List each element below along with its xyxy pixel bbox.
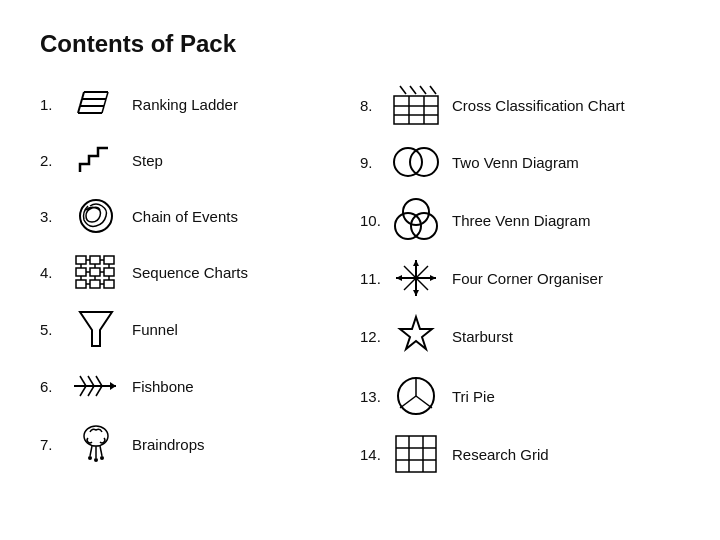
svg-line-39 [88, 386, 94, 396]
svg-marker-66 [396, 275, 402, 281]
item-label: Two Venn Diagram [452, 154, 579, 171]
list-item: 10. Three Venn Diagram [360, 190, 680, 250]
item-label: Three Venn Diagram [452, 212, 590, 229]
ranking-ladder-icon [68, 84, 124, 124]
svg-marker-32 [80, 312, 112, 346]
left-column: 1. [40, 76, 360, 482]
svg-line-53 [400, 86, 406, 94]
svg-line-5 [80, 99, 82, 106]
svg-point-61 [411, 213, 437, 239]
item-label: Cross Classification Chart [452, 97, 625, 114]
item-label: Sequence Charts [132, 264, 248, 281]
svg-rect-15 [90, 268, 100, 276]
svg-point-41 [84, 426, 108, 446]
step-icon [68, 140, 124, 180]
svg-point-43 [88, 456, 92, 460]
svg-rect-17 [76, 280, 86, 288]
list-item: 9. Two Venn Diagram [360, 134, 680, 190]
item-number: 4. [40, 264, 68, 281]
svg-marker-70 [400, 317, 432, 349]
item-label: Research Grid [452, 446, 549, 463]
page-title: Contents of Pack [40, 30, 680, 58]
list-item: 2. Step [40, 132, 360, 188]
item-number: 8. [360, 97, 388, 114]
braindrops-icon [68, 422, 124, 466]
item-number: 2. [40, 152, 68, 169]
svg-marker-67 [430, 275, 436, 281]
svg-rect-12 [90, 256, 100, 264]
fishbone-icon [68, 368, 124, 404]
item-number: 5. [40, 321, 68, 338]
item-label: Tri Pie [452, 388, 495, 405]
list-item: 1. [40, 76, 360, 132]
svg-line-74 [416, 396, 432, 408]
svg-line-56 [430, 86, 436, 94]
sequence-charts-icon [68, 254, 124, 290]
svg-point-57 [394, 148, 422, 176]
svg-rect-16 [104, 268, 114, 276]
item-label: Fishbone [132, 378, 194, 395]
list-item: 11. Four [360, 250, 680, 306]
item-number: 6. [40, 378, 68, 395]
svg-point-59 [403, 199, 429, 225]
svg-rect-19 [104, 280, 114, 288]
svg-marker-64 [413, 260, 419, 266]
svg-point-60 [395, 213, 421, 239]
svg-line-8 [104, 99, 106, 106]
item-label: Chain of Events [132, 208, 238, 225]
four-corner-icon [388, 258, 444, 298]
list-item: 7. [40, 414, 360, 474]
funnel-icon [68, 308, 124, 350]
svg-marker-34 [110, 382, 116, 390]
svg-line-55 [420, 86, 426, 94]
list-item: 13. Tri Pie [360, 366, 680, 426]
svg-line-36 [88, 376, 94, 386]
page: Contents of Pack 1. [0, 0, 720, 512]
svg-line-73 [400, 396, 416, 408]
svg-line-4 [82, 92, 84, 99]
item-number: 1. [40, 96, 68, 113]
svg-line-38 [80, 386, 86, 396]
svg-rect-14 [76, 268, 86, 276]
item-number: 12. [360, 328, 388, 345]
item-number: 7. [40, 436, 68, 453]
svg-point-45 [94, 458, 98, 462]
svg-line-9 [102, 106, 104, 113]
svg-line-37 [96, 376, 102, 386]
right-column: 8. [360, 76, 680, 482]
item-number: 9. [360, 154, 388, 171]
contents-grid: 1. [40, 76, 680, 482]
item-number: 13. [360, 388, 388, 405]
chain-of-events-icon [68, 196, 124, 236]
item-number: 3. [40, 208, 68, 225]
item-label: Braindrops [132, 436, 205, 453]
svg-point-10 [80, 200, 112, 232]
svg-rect-75 [396, 436, 436, 472]
svg-rect-11 [76, 256, 86, 264]
starburst-icon [388, 314, 444, 358]
svg-line-42 [90, 446, 92, 456]
three-venn-icon [388, 198, 444, 242]
item-number: 11. [360, 270, 388, 287]
item-label: Step [132, 152, 163, 169]
item-label: Funnel [132, 321, 178, 338]
list-item: 5. Funnel [40, 300, 360, 358]
svg-line-35 [80, 376, 86, 386]
list-item: 8. [360, 76, 680, 134]
list-item: 3. Chain of Events [40, 188, 360, 244]
list-item: 6. [40, 358, 360, 414]
item-number: 14. [360, 446, 388, 463]
list-item: 12. Starburst [360, 306, 680, 366]
svg-rect-18 [90, 280, 100, 288]
svg-line-7 [106, 92, 108, 99]
list-item: 14. Research Grid [360, 426, 680, 482]
two-venn-icon [388, 144, 444, 180]
research-grid-icon [388, 434, 444, 474]
svg-line-54 [410, 86, 416, 94]
item-label: Ranking Ladder [132, 96, 238, 113]
list-item: 4. [40, 244, 360, 300]
svg-marker-65 [413, 290, 419, 296]
svg-point-47 [100, 456, 104, 460]
svg-point-58 [410, 148, 438, 176]
item-number: 10. [360, 212, 388, 229]
